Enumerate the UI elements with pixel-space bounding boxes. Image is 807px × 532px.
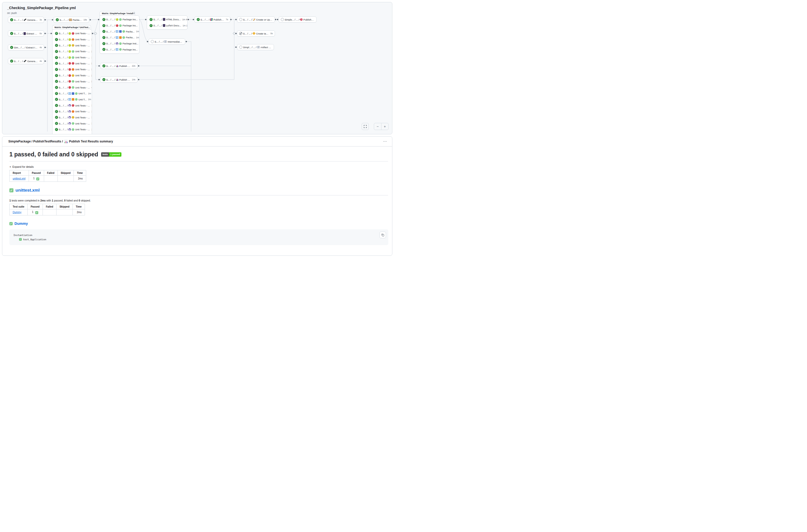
matrix-job-row[interactable]: S... / ... /Unit Tests - ...28s [53, 60, 92, 66]
workflow-node[interactable]: S... / ... /Publish Code C...22s [100, 63, 138, 69]
report-section-link[interactable]: unittest.xml [16, 188, 40, 193]
workflow-node[interactable]: S... / ... /Generate pipelin...3s [8, 17, 44, 23]
workflow-node[interactable]: Simpl... / ... /Artifact Cleanup [237, 44, 274, 50]
matrix-job-row[interactable]: S... / ... /Unit Tests - ...30s [53, 66, 92, 73]
zoom-in-button[interactable]: + [381, 123, 388, 130]
code-line: Instantiation [14, 233, 384, 237]
workflow-node[interactable]: S... / ... /Publish to GH-P...7s [194, 17, 230, 22]
table-header-row: ReportPassedFailedSkippedTime [9, 170, 86, 176]
penguin-icon [69, 104, 71, 107]
workflow-node[interactable]: S... / ... /Create or Update R... [237, 17, 275, 22]
zoom-out-button[interactable]: − [374, 123, 381, 130]
job-label: Unit Tests - ... [75, 122, 90, 125]
status-success-icon [55, 38, 58, 41]
workflow-node[interactable]: S... / ... /Intermediate Artifa... [149, 39, 185, 44]
matrix-group-install: S... / ... /Package ins...11sS... / ... … [100, 16, 139, 54]
workflow-node[interactable]: S... / ... /Create tag '${{ in...0s [237, 31, 275, 37]
matrix-job-row[interactable]: S... / ... /Unit Tests - ...27s [53, 79, 92, 85]
job-path-prefix: S... / ... / [106, 78, 115, 81]
workflow-node[interactable]: Sim... / ... /Extract Information4s [8, 44, 44, 51]
matrix-job-row[interactable]: S... / ... /Unit Tests - ...15s [53, 115, 92, 121]
check-square-icon [35, 211, 38, 214]
check-square-icon [9, 222, 13, 225]
table-link[interactable]: unittest.xml [13, 177, 25, 180]
matrix-job-row[interactable]: S... / ... /Unit T...2m 3s [53, 97, 92, 103]
job-label: Unit T... [78, 92, 87, 95]
workflow-node[interactable]: Simple... / ... /Publish to PyPI [278, 17, 316, 22]
workflow-node[interactable]: S... / ... /Publish Test Re...14s [100, 77, 138, 83]
matrix-job-row[interactable]: S... / ... /Unit Tests - ...36s [53, 31, 92, 37]
square-blue-icon [119, 30, 122, 33]
matrix-job-row[interactable]: S... / ... /Unit Tests - ...25s [53, 73, 92, 79]
matrix-job-row[interactable]: S... / ... /Unit Tests - ...19s [53, 42, 92, 49]
apple-red-icon [69, 68, 71, 71]
status-success-icon [55, 68, 58, 71]
matrix-job-row[interactable]: S... / ... /Unit Tests - ...40s [53, 84, 92, 91]
table-cell [44, 176, 58, 182]
table-cell: unittest.xml [9, 176, 29, 182]
matrix-job-row[interactable]: S... / ... /Package ins...14s [100, 22, 139, 28]
copy-button[interactable] [380, 232, 386, 238]
circle-green-icon [72, 56, 74, 59]
matrix-job-row[interactable]: S... / ... /Unit Tests - ...16s [53, 102, 92, 109]
job-path-prefix: S... / ... / [59, 44, 68, 47]
job-label: Unit Tests - ... [75, 74, 90, 77]
matrix-job-row[interactable]: S... / ... /Packa...1m 48s [100, 35, 139, 41]
workflow-node[interactable]: S... / ... /Generate pipelin...4s [8, 58, 44, 64]
column-header: Skipped [56, 204, 73, 209]
apple-red-icon [69, 86, 71, 89]
penguin-icon [69, 128, 71, 131]
matrix-job-row[interactable]: S... / ... /Unit Tests - ...13s [53, 109, 92, 115]
job-path-prefix: S... / ... / [59, 98, 68, 101]
kebab-menu-button[interactable] [382, 140, 388, 144]
fit-to-view-button[interactable] [362, 123, 369, 130]
workflow-node[interactable]: S... / ... /Extract configur...6s [8, 31, 44, 37]
report-table: ReportPassedFailedSkippedTimeunittest.xm… [9, 170, 86, 182]
job-path-prefix: S... / ... / [106, 42, 115, 45]
column-header: Passed [28, 170, 44, 176]
square-blue-icon [72, 92, 74, 95]
job-label: Packa... [126, 30, 134, 33]
status-success-icon [55, 32, 58, 35]
matrix-job-row[interactable]: S... / ... /Package ins...22s [100, 46, 139, 53]
circle-red-icon [72, 62, 74, 64]
table-cell: 2ms [73, 209, 85, 215]
matrix-job-row[interactable]: S... / ... /Package inst...9s [100, 41, 139, 46]
circle-orange-icon [72, 38, 74, 41]
job-label: Create tag '${{ in... [256, 32, 269, 35]
matrix-job-row[interactable]: S... / ... /Unit Tests - ...39s [53, 37, 92, 42]
job-duration: 18s [83, 19, 87, 21]
matrix-job-row[interactable]: S... / ... /Unit T...2m 7s [53, 91, 92, 97]
matrix-group-tab-install[interactable]: Matrix: SimplePackage / Install / ... [100, 11, 135, 16]
matrix-job-row[interactable]: S... / ... /Unit Tests - ...20s [53, 49, 92, 55]
job-duration: 36s [91, 32, 92, 35]
status-success-icon [55, 62, 58, 65]
apple-green-icon [116, 18, 118, 21]
matrix-job-row[interactable]: S... / ... /Packa...1m 45s [100, 28, 139, 35]
circle-red-icon [72, 32, 74, 35]
windows-icon [116, 36, 118, 39]
matrix-job-row[interactable]: S... / ... /Unit Tests - ...18s [53, 55, 92, 61]
table-link[interactable]: Dummy [13, 211, 21, 214]
suite-section-link[interactable]: Dummy [15, 222, 28, 226]
job-path-prefix: S... / ... / [59, 68, 68, 71]
job-label: Publish Test Re... [119, 78, 130, 81]
job-duration: 1m 48s [135, 36, 139, 39]
expand-for-details-toggle[interactable]: Expand for details [9, 165, 388, 168]
status-success-icon [102, 18, 105, 21]
job-duration: 30s [91, 68, 92, 71]
matrix-job-row[interactable]: S... / ... /HTML Docu...1m 46s [147, 17, 187, 22]
matrix-group-tab-unittest[interactable]: Matrix: SimplePackage / UnitTest... [52, 25, 91, 30]
job-path-prefix: S... / ... / [155, 40, 164, 43]
job-path-prefix: S... / ... / [153, 24, 162, 27]
job-duration: 1m 45s [135, 30, 139, 33]
pencil-icon [23, 60, 26, 62]
status-success-icon [102, 48, 105, 51]
circle-green-icon [72, 128, 74, 131]
matrix-job-row[interactable]: S... / ... /LaTeX Docu...1m 18s [147, 22, 187, 28]
matrix-job-row[interactable]: S... / ... /Package ins...11s [100, 17, 139, 22]
workflow-node[interactable]: S... / ... /Package in Sou...18s [54, 17, 89, 23]
matrix-job-row[interactable]: S... / ... /Unit Tests - ...14s [53, 127, 92, 133]
circle-green-icon [72, 122, 74, 125]
matrix-job-row[interactable]: S... / ... /Unit Tests - ...14s [53, 120, 92, 127]
